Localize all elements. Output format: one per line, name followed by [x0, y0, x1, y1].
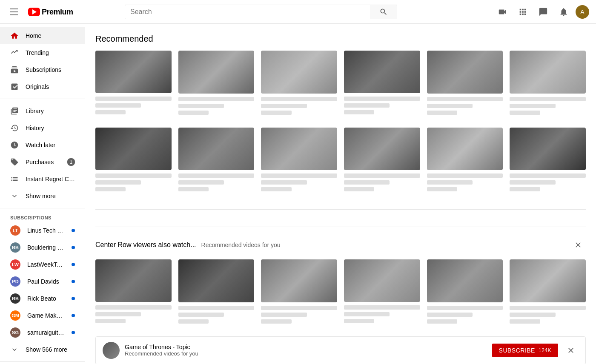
video-meta — [261, 302, 337, 324]
rec-header-left: Center Row viewers also watch... Recomme… — [95, 241, 281, 249]
video-thumbnail — [261, 259, 337, 302]
video-meta — [510, 170, 586, 191]
sub-item-samurai[interactable]: SG samuraiguitarist — [0, 324, 85, 341]
sub-avatar-lastweek: LW — [10, 259, 20, 270]
chevron-down-icon — [10, 192, 19, 200]
messaging-button[interactable] — [535, 3, 552, 20]
show-more-subs-button[interactable]: Show 566 more — [0, 341, 85, 358]
message-icon — [539, 7, 548, 17]
rec-video-card[interactable] — [344, 259, 420, 326]
rec-video-card[interactable] — [510, 259, 586, 326]
rec-video-card[interactable] — [427, 259, 503, 326]
video-meta — [427, 302, 503, 324]
video-thumbnail — [510, 128, 586, 171]
video-card[interactable] — [427, 51, 503, 117]
sub-item-gamemaker[interactable]: GM Game Maker's ... — [0, 307, 85, 324]
trending-icon-wrapper — [10, 48, 19, 57]
rec-video-card[interactable] — [95, 259, 172, 326]
search-bar — [125, 5, 397, 19]
sidebar-divider-3 — [0, 361, 85, 362]
sidebar-item-instant-regret[interactable]: Instant Regret Cli... — [0, 171, 85, 188]
video-meta — [261, 94, 337, 115]
sub-avatar-rick: RB — [10, 293, 20, 304]
subscriptions-title: SUBSCRIPTIONS — [0, 212, 85, 222]
sub-avatar-linus: LT — [10, 225, 20, 236]
sub-dot-bouldering — [72, 246, 75, 249]
video-card[interactable] — [427, 128, 503, 194]
video-meta — [427, 170, 503, 191]
subscribe-label: SUBSCRIBE — [499, 347, 535, 354]
sidebar-nav-section: Home Trending Subscriptions Originals — [0, 27, 85, 95]
video-camera-icon — [498, 7, 507, 17]
sub-item-paul[interactable]: PD Paul Davids — [0, 273, 85, 290]
video-card[interactable] — [510, 128, 586, 194]
watch-later-icon-wrapper — [10, 141, 19, 149]
video-thumbnail — [427, 128, 503, 171]
video-card[interactable] — [261, 128, 337, 194]
recommended-title: Recommended — [95, 34, 586, 44]
rec-video-card[interactable] — [178, 259, 255, 326]
bell-icon — [559, 7, 568, 17]
rec-subtitle: Recommended videos for you — [201, 242, 281, 248]
sidebar-item-home-label: Home — [26, 32, 75, 39]
video-card[interactable] — [344, 128, 420, 194]
menu-button[interactable] — [7, 5, 21, 19]
rec-header: Center Row viewers also watch... Recomme… — [95, 237, 586, 253]
search-icon — [379, 8, 388, 16]
trending-icon — [10, 48, 19, 57]
sidebar-library-section: Library History Watch later Purchases 1 — [0, 102, 85, 205]
sub-item-bouldering[interactable]: BB Bouldering Bo... — [0, 239, 85, 256]
sidebar-item-library[interactable]: Library — [0, 102, 85, 119]
apps-icon — [518, 7, 527, 17]
sidebar-subscriptions-section: SUBSCRIPTIONS LT Linus Tech Tips BB Boul… — [0, 212, 85, 358]
video-card[interactable] — [95, 51, 172, 117]
layout: Home Trending Subscriptions Originals — [0, 24, 596, 364]
notifications-button[interactable] — [555, 3, 572, 20]
video-thumbnail — [261, 128, 337, 171]
sidebar-item-trending[interactable]: Trending — [0, 44, 85, 61]
sidebar-item-home[interactable]: Home — [0, 27, 85, 44]
purchases-icon — [10, 158, 19, 166]
rec-video-card[interactable] — [261, 259, 337, 326]
show-more-label: Show more — [26, 193, 75, 199]
video-card[interactable] — [261, 51, 337, 117]
sub-label-samurai: samuraiguitarist — [27, 329, 65, 336]
library-icon — [10, 107, 19, 115]
show-more-button[interactable]: Show more — [0, 188, 85, 205]
sidebar-item-watch-later[interactable]: Watch later — [0, 136, 85, 154]
logo[interactable]: Premium — [28, 8, 73, 16]
section-divider — [95, 227, 586, 227]
sub-item-linus[interactable]: LT Linus Tech Tips — [0, 222, 85, 239]
sidebar-item-history[interactable]: History — [0, 119, 85, 136]
library-icon-wrapper — [10, 107, 19, 115]
video-card[interactable] — [178, 128, 255, 194]
video-card[interactable] — [510, 51, 586, 117]
video-thumbnail — [344, 259, 420, 302]
close-got-button[interactable] — [563, 343, 579, 358]
playlist-icon-wrapper — [10, 175, 19, 183]
video-card[interactable] — [95, 128, 172, 194]
video-meta — [344, 93, 420, 114]
sub-label-rick: Rick Beato — [27, 295, 65, 302]
sidebar-item-subscriptions[interactable]: Subscriptions — [0, 61, 85, 78]
video-meta — [344, 302, 420, 323]
video-card[interactable] — [178, 51, 255, 117]
sub-item-lastweek[interactable]: LW LastWeekToni... — [0, 256, 85, 273]
search-button[interactable] — [370, 5, 397, 19]
subscribe-count: 124K — [539, 347, 551, 353]
sidebar-item-purchases[interactable]: Purchases 1 — [0, 154, 85, 171]
video-card[interactable] — [344, 51, 420, 117]
create-video-button[interactable] — [494, 3, 511, 20]
topbar-left: Premium — [7, 5, 73, 19]
search-input[interactable] — [125, 5, 370, 19]
got-title: Game of Thrones - Topic — [125, 344, 198, 350]
video-meta — [95, 93, 172, 114]
avatar[interactable]: A — [576, 5, 589, 19]
sub-item-rick[interactable]: RB Rick Beato — [0, 290, 85, 307]
chevron-down-subs-icon — [10, 345, 19, 354]
close-rec-button[interactable] — [570, 237, 586, 253]
sidebar-item-originals[interactable]: Originals — [0, 78, 85, 95]
apps-button[interactable] — [514, 3, 531, 20]
subscribe-button[interactable]: SUBSCRIBE 124K — [492, 344, 558, 357]
video-thumbnail — [95, 128, 172, 170]
